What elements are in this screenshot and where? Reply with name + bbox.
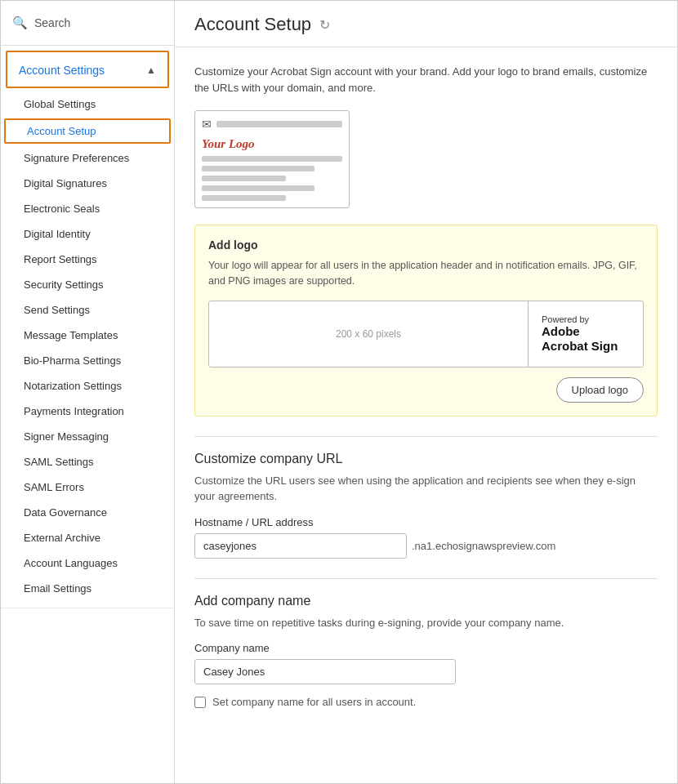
email-preview-top: ✉ bbox=[202, 118, 342, 131]
sidebar-item-electronic-seals[interactable]: Electronic Seals bbox=[1, 196, 174, 221]
sidebar-item-signer-messaging[interactable]: Signer Messaging bbox=[1, 424, 174, 449]
email-body-line-5 bbox=[202, 195, 286, 201]
account-settings-header[interactable]: Account Settings ▲ bbox=[6, 51, 169, 88]
sidebar-item-external-archive[interactable]: External Archive bbox=[1, 525, 174, 550]
sidebar-nav-items: Global SettingsAccount SetupSignature Pr… bbox=[1, 88, 174, 608]
sidebar-item-notarization-settings[interactable]: Notarization Settings bbox=[1, 373, 174, 399]
main-content: Account Setup ↻ Customize your Acrobat S… bbox=[175, 1, 677, 783]
search-icon: 🔍 bbox=[12, 16, 28, 30]
sidebar-item-global-settings[interactable]: Global Settings bbox=[1, 91, 174, 117]
app-window: 🔍 Search Account Settings ▲ Global Setti… bbox=[0, 0, 678, 784]
email-preview: ✉ Your Logo bbox=[194, 110, 350, 208]
main-body: Customize your Acrobat Sign account with… bbox=[175, 47, 677, 744]
chevron-up-icon: ▲ bbox=[146, 65, 156, 76]
powered-by-brand: AdobeAcrobat Sign bbox=[542, 324, 618, 354]
add-logo-section: Add logo Your logo will appear for all u… bbox=[194, 225, 658, 416]
company-all-users-checkbox[interactable] bbox=[194, 697, 206, 708]
sidebar-item-digital-identity[interactable]: Digital Identity bbox=[1, 221, 174, 247]
checkbox-row: Set company name for all users in accoun… bbox=[194, 696, 658, 708]
logo-upload-area: 200 x 60 pixels Powered by AdobeAcrobat … bbox=[208, 301, 644, 368]
add-company-name-section: Add company name To save time on repetit… bbox=[194, 594, 658, 709]
sidebar-item-security-settings[interactable]: Security Settings bbox=[1, 272, 174, 297]
sidebar-item-payments-integration[interactable]: Payments Integration bbox=[1, 399, 174, 424]
hostname-input[interactable] bbox=[194, 533, 407, 559]
email-line-1 bbox=[216, 121, 342, 127]
customize-url-section: Customize company URL Customize the URL … bbox=[194, 452, 658, 559]
intro-text: Customize your Acrobat Sign account with… bbox=[194, 64, 658, 96]
company-all-users-label: Set company name for all users in accoun… bbox=[212, 696, 416, 708]
sidebar-item-email-settings[interactable]: Email Settings bbox=[1, 576, 174, 601]
main-header: Account Setup ↻ bbox=[175, 1, 677, 47]
search-bar[interactable]: 🔍 Search bbox=[1, 1, 174, 46]
email-body-line-4 bbox=[202, 185, 314, 191]
page-title: Account Setup bbox=[194, 14, 311, 35]
account-settings-section: Account Settings ▲ Global SettingsAccoun… bbox=[1, 46, 174, 608]
company-name-input[interactable] bbox=[194, 659, 456, 684]
powered-by-label: Powered by bbox=[542, 314, 589, 324]
company-name-desc: To save time on repetitive tasks during … bbox=[194, 615, 658, 631]
sidebar-item-digital-signatures[interactable]: Digital Signatures bbox=[1, 171, 174, 196]
sidebar-item-saml-errors[interactable]: SAML Errors bbox=[1, 474, 174, 500]
sidebar-item-report-settings[interactable]: Report Settings bbox=[1, 247, 174, 272]
powered-by-block: Powered by AdobeAcrobat Sign bbox=[529, 314, 643, 354]
email-body-line-1 bbox=[202, 156, 342, 162]
company-name-heading: Add company name bbox=[194, 594, 658, 608]
sidebar-item-message-templates[interactable]: Message Templates bbox=[1, 323, 174, 348]
hostname-label: Hostname / URL address bbox=[194, 516, 658, 528]
url-suffix: .na1.echosignawspreview.com bbox=[407, 540, 555, 552]
upload-logo-button[interactable]: Upload logo bbox=[556, 377, 644, 403]
sidebar-item-account-setup[interactable]: Account Setup bbox=[4, 118, 171, 144]
customize-url-heading: Customize company URL bbox=[194, 452, 658, 466]
refresh-icon[interactable]: ↻ bbox=[319, 17, 330, 33]
email-body-lines bbox=[202, 156, 342, 201]
sidebar-item-account-languages[interactable]: Account Languages bbox=[1, 550, 174, 576]
customize-url-desc: Customize the URL users see when using t… bbox=[194, 473, 658, 505]
email-icon: ✉ bbox=[202, 118, 212, 131]
add-logo-title: Add logo bbox=[208, 238, 644, 252]
divider-1 bbox=[194, 436, 658, 437]
sidebar-item-data-governance[interactable]: Data Governance bbox=[1, 500, 174, 525]
account-settings-title: Account Settings bbox=[19, 64, 105, 77]
email-logo-text: Your Logo bbox=[202, 137, 342, 151]
sidebar-item-send-settings[interactable]: Send Settings bbox=[1, 297, 174, 323]
sidebar-item-bio-pharma-settings[interactable]: Bio-Pharma Settings bbox=[1, 348, 174, 373]
search-label: Search bbox=[34, 16, 70, 29]
sidebar-item-signature-preferences[interactable]: Signature Preferences bbox=[1, 145, 174, 171]
divider-2 bbox=[194, 578, 658, 579]
logo-placeholder: 200 x 60 pixels bbox=[209, 301, 529, 367]
add-logo-desc: Your logo will appear for all users in t… bbox=[208, 258, 644, 289]
email-body-line-3 bbox=[202, 176, 286, 181]
upload-logo-btn-row: Upload logo bbox=[208, 377, 644, 403]
sidebar-item-saml-settings[interactable]: SAML Settings bbox=[1, 449, 174, 474]
email-body-line-2 bbox=[202, 166, 314, 172]
company-name-label: Company name bbox=[194, 642, 658, 654]
sidebar: 🔍 Search Account Settings ▲ Global Setti… bbox=[1, 1, 175, 783]
url-input-row: .na1.echosignawspreview.com bbox=[194, 533, 658, 559]
